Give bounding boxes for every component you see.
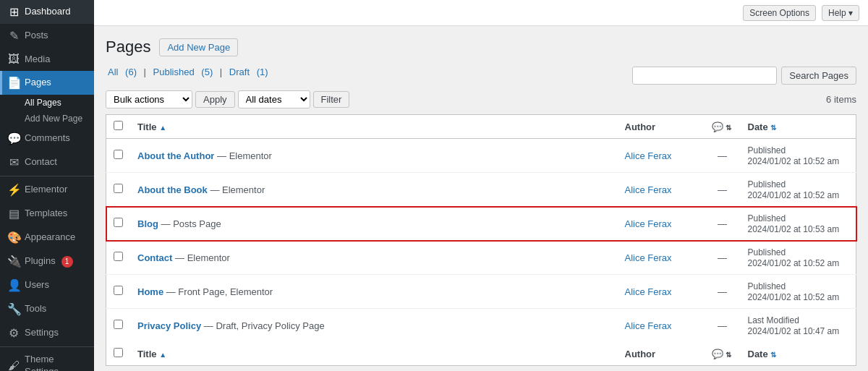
row-comments-cell: — [705,207,741,241]
sidebar-item-comments[interactable]: 💬 Comments [0,127,94,150]
items-count-top: 6 items [826,94,856,105]
sidebar-label: Media [25,54,50,66]
sidebar-item-pages[interactable]: 📄 Pages [0,71,94,95]
row-checkbox[interactable] [114,218,123,227]
col-date-header[interactable]: Date ⇅ [741,115,856,139]
author-link[interactable]: Alice Ferax [625,218,672,229]
title-sort-icon: ▲ [159,124,166,132]
col-comments-footer: 💬 ⇅ [705,342,741,366]
row-checkbox[interactable] [114,252,123,261]
page-title-link[interactable]: Blog [137,218,158,229]
sidebar-item-templates[interactable]: ▤ Templates [0,202,94,226]
table-row: Contact — Elementor Alice Ferax — Publis… [106,241,856,275]
sidebar-divider-2 [0,346,94,347]
col-checkbox-footer [106,342,131,366]
row-comments-cell: — [705,275,741,309]
col-title-header[interactable]: Title ▲ [130,115,618,139]
row-checkbox[interactable] [114,184,123,193]
filter-published-link[interactable]: Published (5) [151,67,218,77]
col-title-footer[interactable]: Title ▲ [130,342,618,366]
author-link[interactable]: Alice Ferax [625,150,672,161]
comments-icon: 💬 [7,132,20,145]
sidebar-item-elementor[interactable]: ⚡ Elementor [0,178,94,202]
contact-icon: ✉ [7,155,20,169]
top-filters-row: Bulk actions Apply All dates Filter 6 it… [106,90,856,108]
date-value: 2024/01/02 at 10:52 am [748,190,840,200]
date-value: 2024/01/02 at 10:52 am [748,258,840,268]
page-title-suffix: — Posts Page [161,218,221,229]
sidebar-divider [0,176,94,176]
sidebar-item-tools[interactable]: 🔧 Tools [0,297,94,321]
row-checkbox[interactable] [114,150,123,159]
row-checkbox[interactable] [114,320,123,329]
page-title-suffix: — Elementor [175,252,230,263]
row-checkbox[interactable] [114,286,123,295]
sidebar-item-plugins[interactable]: 🔌 Plugins 1 [0,250,94,273]
date-status: Published [748,213,786,223]
col-date-footer[interactable]: Date ⇅ [741,342,856,366]
row-checkbox-cell [106,173,131,207]
date-status: Published [748,281,786,291]
author-link[interactable]: Alice Ferax [625,320,672,331]
all-dates-select[interactable]: All dates [238,90,310,108]
row-title-cell: Contact — Elementor [130,241,618,275]
date-value: 2024/01/02 at 10:53 am [748,224,840,234]
author-link[interactable]: Alice Ferax [625,252,672,263]
plugins-badge: 1 [61,256,73,268]
row-comments-cell: — [705,139,741,173]
sidebar-label: Plugins [25,255,56,268]
filter-draft-link[interactable]: Draft (1) [227,67,271,77]
row-author-cell: Alice Ferax [618,241,705,275]
sidebar-item-dashboard[interactable]: ⊞ Dashboard [0,0,94,24]
sidebar-label: Pages [25,77,51,89]
search-pages-button[interactable]: Search Pages [781,67,856,85]
content-area: Pages Add New Page All (6) | Published (… [94,26,868,371]
sidebar-sub-all-pages[interactable]: All Pages [0,95,94,111]
sidebar-item-appearance[interactable]: 🎨 Appearance [0,226,94,250]
sidebar-item-media[interactable]: 🖼 Media [0,48,94,71]
page-title-link[interactable]: About the Author [137,150,214,161]
date-status: Published [748,145,786,155]
comments-value: — [718,286,727,297]
elementor-icon: ⚡ [7,183,20,197]
table-row: About the Book — Elementor Alice Ferax —… [106,173,856,207]
sidebar-item-contact[interactable]: ✉ Contact [0,150,94,174]
pages-icon: 📄 [7,76,20,90]
comments-value: — [718,218,727,229]
bulk-actions-select[interactable]: Bulk actions [106,90,192,108]
sidebar-label: Settings [25,327,59,339]
page-title-link[interactable]: Home [137,286,163,297]
theme-settings-icon: 🖌 [7,359,20,371]
media-icon: 🖼 [7,53,20,66]
sidebar-item-settings[interactable]: ⚙ Settings [0,321,94,345]
search-input[interactable] [632,67,777,85]
filter-button[interactable]: Filter [313,91,350,108]
row-checkbox-cell [106,139,131,173]
page-title-link[interactable]: Contact [137,252,172,263]
author-link[interactable]: Alice Ferax [625,184,672,195]
col-author-footer: Author [618,342,705,366]
author-link[interactable]: Alice Ferax [625,286,672,297]
sidebar-label: Contact [25,156,57,169]
page-title-link[interactable]: Privacy Policy [137,320,201,331]
select-all-checkbox-bottom[interactable] [114,348,123,357]
help-button[interactable]: Help ▾ [822,5,859,21]
row-date-cell: Published 2024/01/02 at 10:52 am [741,173,856,207]
sidebar-item-posts[interactable]: ✎ Posts [0,24,94,48]
table-footer-row: Title ▲ Author 💬 ⇅ Date ⇅ [106,342,856,366]
add-new-page-button[interactable]: Add New Page [159,38,238,56]
sidebar-label: Dashboard [25,6,71,18]
row-title-cell: Privacy Policy — Draft, Privacy Policy P… [130,309,618,343]
sidebar-item-theme-settings[interactable]: 🖌 Theme Settings [0,349,94,371]
date-value: 2024/01/02 at 10:52 am [748,292,840,302]
sidebar-item-users[interactable]: 👤 Users [0,273,94,297]
page-title-suffix: — Elementor [217,150,272,161]
apply-button-top[interactable]: Apply [195,91,235,108]
page-title-link[interactable]: About the Book [137,184,208,195]
select-all-checkbox[interactable] [114,121,123,130]
filter-all-link[interactable]: All (6) [106,67,142,77]
screen-options-button[interactable]: Screen Options [743,5,816,21]
sidebar-sub-add-new-page[interactable]: Add New Page [0,111,94,127]
filter-search-row: All (6) | Published (5) | Draft (1) Sear… [106,67,856,85]
row-author-cell: Alice Ferax [618,139,705,173]
